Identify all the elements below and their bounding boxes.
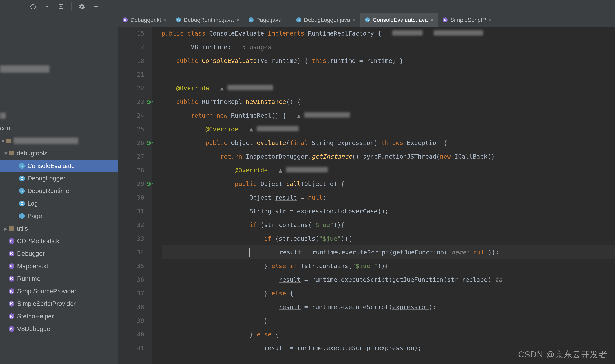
close-icon[interactable]: × [236, 17, 239, 23]
gutter-line[interactable]: 37 [118, 286, 144, 300]
tree-file[interactable]: K Runtime [0, 273, 118, 285]
gutter-line[interactable]: 31 [118, 204, 144, 218]
tab-simplescriptp[interactable]: K SimpleScriptP × [438, 13, 497, 26]
gutter-line[interactable]: 27 [118, 150, 144, 163]
target-icon[interactable] [29, 3, 37, 11]
close-icon[interactable]: × [489, 17, 492, 23]
code-line[interactable]: String str = expression.toLowerCase(); [162, 204, 615, 218]
code-line[interactable]: @Override ▲ [162, 122, 615, 136]
gutter-line[interactable]: 29ⓘ [118, 177, 144, 191]
tree-label: DebugRuntime [27, 187, 69, 195]
tree-item[interactable] [0, 109, 118, 122]
tree-file[interactable]: C Page [0, 210, 118, 222]
gutter-line[interactable]: 22 [118, 81, 144, 95]
gutter-line[interactable]: 17 [118, 40, 144, 54]
code-line[interactable]: return InspectorDebugger.getInstance().s… [162, 150, 615, 163]
tree-file[interactable]: K Mappers.kt [0, 260, 118, 273]
gutter-line[interactable]: 24 [118, 109, 144, 122]
gutter-line[interactable]: 30 [118, 191, 144, 204]
tree-item[interactable] [0, 63, 118, 75]
code-line[interactable]: if (str.contains("$jue")){ [162, 218, 615, 232]
gutter[interactable]: 151718212223ⓘ242526ⓘ272829ⓘ3031323334353… [118, 26, 152, 364]
gutter-line[interactable]: 38 [118, 300, 144, 314]
gutter-line[interactable]: 25 [118, 122, 144, 136]
kotlin-icon: K [9, 326, 14, 332]
toolbar-divider [71, 2, 72, 11]
code-line[interactable]: V8 runtime; 5 usages [162, 40, 615, 54]
tree-label: Debugger [17, 250, 45, 257]
gutter-line[interactable]: 15 [118, 26, 144, 40]
code-line[interactable]: } else if (str.contains("$jue.")){ [162, 259, 615, 273]
code-line[interactable]: result = runtime.executeScript(getJueFun… [162, 246, 615, 259]
code-line[interactable]: @Override ▲ [162, 163, 615, 177]
tree-label: utils [17, 225, 28, 232]
tree-file[interactable]: K CDPMethods.kt [0, 235, 118, 247]
expand-all-icon[interactable] [43, 3, 51, 11]
tree-file[interactable]: C Log [0, 197, 118, 210]
override-marker-icon[interactable]: ⓘ [146, 182, 151, 186]
code-line[interactable]: } [162, 314, 615, 327]
close-icon[interactable]: × [353, 17, 356, 23]
code-line[interactable]: public class ConsoleEvaluate implements … [162, 26, 615, 40]
tree-file[interactable]: C DebugLogger [0, 172, 118, 185]
gutter-line[interactable]: 39 [118, 314, 144, 327]
gutter-line[interactable]: 32 [118, 218, 144, 232]
code-line[interactable] [162, 68, 615, 81]
code-line[interactable]: } else { [162, 286, 615, 300]
tree-item[interactable]: com [0, 122, 118, 134]
tab-consoleevaluate-java[interactable]: C ConsoleEvaluate.java × [361, 13, 438, 26]
gear-icon[interactable] [78, 3, 86, 11]
kotlin-icon: K [9, 251, 14, 257]
close-icon[interactable]: × [164, 17, 167, 23]
code-line[interactable]: public Object evaluate(final String expr… [162, 136, 615, 150]
tree-folder-debugtools[interactable]: ▾ debugtools [0, 147, 118, 160]
file-icon: K [123, 17, 128, 22]
tree-file-consoleevaluate[interactable]: C ConsoleEvaluate [0, 160, 118, 172]
editor[interactable]: 151718212223ⓘ242526ⓘ272829ⓘ3031323334353… [118, 26, 615, 364]
collapse-all-icon[interactable] [57, 3, 65, 11]
code-line[interactable]: result = runtime.executeScript(getJueFun… [162, 273, 615, 286]
hide-icon[interactable] [92, 3, 100, 11]
gutter-line[interactable]: 21 [118, 68, 144, 81]
code-line[interactable]: } else { [162, 327, 615, 341]
tree-file[interactable]: C DebugRuntime [0, 185, 118, 197]
code-line[interactable]: public ConsoleEvaluate(V8 runtime) { thi… [162, 54, 615, 68]
gutter-line[interactable]: 26ⓘ [118, 136, 144, 150]
code-line[interactable]: Object result = null; [162, 191, 615, 204]
code-line[interactable]: if (str.equals("$jue")){ [162, 232, 615, 246]
tab-debuglogger-java[interactable]: C DebugLogger.java × [292, 13, 361, 26]
tree-folder-utils[interactable]: ▸ utils [0, 222, 118, 235]
gutter-line[interactable]: 33 [118, 232, 144, 246]
code-line[interactable]: public Object call(Object o) { [162, 177, 615, 191]
code-line[interactable]: public RuntimeRepl newInstance() { [162, 95, 615, 109]
tree-label: Page [27, 212, 42, 220]
tree-label: debugtools [17, 150, 47, 157]
gutter-line[interactable]: 18 [118, 54, 144, 68]
gutter-line[interactable]: 41 [118, 341, 144, 355]
tree-file[interactable]: K Debugger [0, 247, 118, 260]
tree-item[interactable]: ▾ [0, 134, 118, 147]
close-icon[interactable]: × [284, 17, 287, 23]
gutter-line[interactable]: 23ⓘ [118, 95, 144, 109]
override-marker-icon[interactable]: ⓘ [146, 100, 151, 104]
tree-file[interactable]: K StethoHelper [0, 310, 118, 323]
project-sidebar[interactable]: com ▾ ▾ debugtools C ConsoleEvaluate C D… [0, 13, 118, 364]
gutter-line[interactable]: 36 [118, 273, 144, 286]
override-marker-icon[interactable]: ⓘ [146, 141, 151, 145]
code-area[interactable]: public class ConsoleEvaluate implements … [152, 26, 615, 364]
tree-file[interactable]: K SimpleScriptProvider [0, 298, 118, 310]
tab-page-java[interactable]: C Page.java × [244, 13, 292, 26]
tree-file[interactable]: K ScriptSourceProvider [0, 285, 118, 298]
gutter-line[interactable]: 35 [118, 259, 144, 273]
gutter-line[interactable]: 34 [118, 246, 144, 259]
gutter-line[interactable]: 40 [118, 327, 144, 341]
gutter-line[interactable]: 28 [118, 163, 144, 177]
code-line[interactable]: @Override ▲ [162, 81, 615, 95]
code-line[interactable]: result = runtime.executeScript(expressio… [162, 300, 615, 314]
tab-debugger-kt[interactable]: K Debugger.kt × [118, 13, 171, 26]
close-icon[interactable]: × [431, 17, 433, 23]
tree-file[interactable]: K V8Debugger [0, 323, 118, 335]
tree-label: com [0, 125, 12, 132]
tab-debugruntime-java[interactable]: C DebugRuntime.java × [171, 13, 244, 26]
code-line[interactable]: return new RuntimeRepl() { ▲ [162, 109, 615, 122]
